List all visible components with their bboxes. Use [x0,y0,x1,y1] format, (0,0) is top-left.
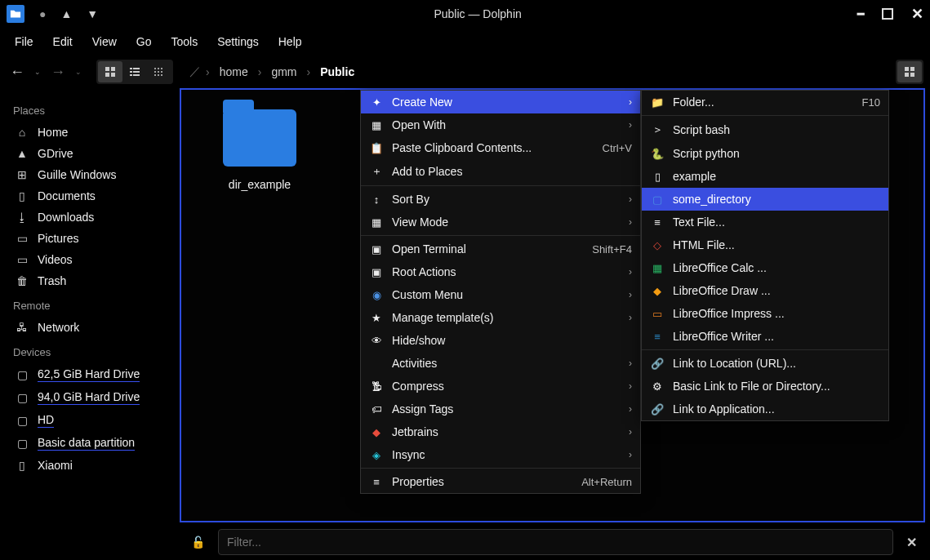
svg-rect-7 [130,71,132,73]
submenu-item-script-python[interactable]: 🐍Script python [642,142,888,165]
disk-icon: ▢ [15,368,29,381]
context-item-jetbrains[interactable]: ◆Jetbrains› [361,420,640,443]
sidebar-item-gdrive[interactable]: ▲GDrive [5,143,175,164]
details-view-button[interactable] [147,61,171,82]
context-item-open-with[interactable]: ▦Open With› [361,113,640,136]
context-item-hide-show[interactable]: 👁Hide/show [361,329,640,352]
filter-input[interactable] [218,529,893,555]
forward-button[interactable]: → [47,60,69,84]
menu-tools[interactable]: Tools [162,30,206,53]
pin-icon[interactable]: ● [39,7,46,20]
sidebar-item-network[interactable]: 🖧Network [5,317,175,338]
menu-view[interactable]: View [84,30,125,53]
sidebar-item-drive[interactable]: ▢94,0 GiB Hard Drive [5,386,175,409]
submenu-item-libreoffice-draw[interactable]: ◆LibreOffice Draw ... [642,279,888,302]
context-item-open-terminal[interactable]: ▣Open TerminalShift+F4 [361,238,640,260]
submenu-item-some-directory[interactable]: ▢some_directory [642,188,888,211]
sidebar-item-drive[interactable]: ▢62,5 GiB Hard Drive [5,363,175,386]
menu-item-label: Create New [392,96,621,109]
titlebar: ● ▲ ▼ Public — Dolphin ━ ✕ [0,0,930,28]
submenu-item-link-to-location-url[interactable]: 🔗Link to Location (URL)... [642,352,888,375]
down-icon[interactable]: ▼ [87,7,98,20]
main-area[interactable]: dir_example example ✦Create New›▦Open Wi… [180,88,925,522]
forward-dropdown-icon[interactable]: ⌄ [72,64,85,79]
breadcrumb-gmm[interactable]: gmm [266,63,301,81]
sidebar-item-home[interactable]: ⌂Home [5,122,175,143]
context-item-root-actions[interactable]: ▣Root Actions› [361,260,640,283]
submenu-item-example[interactable]: ▯example [642,165,888,188]
menu-item-label: HTML File... [673,238,880,251]
sidebar-item-label: Pictures [38,232,79,245]
breadcrumb-root-icon[interactable]: ／ [189,64,201,79]
breadcrumb-home[interactable]: home [215,63,253,81]
clear-filter-button[interactable]: ✕ [901,535,922,550]
menu-shortcut: Alt+Return [581,476,632,488]
submenu-item-basic-link-to-file-or-directory[interactable]: ⚙Basic Link to File or Directory... [642,375,888,398]
context-item-custom-menu[interactable]: ◉Custom Menu› [361,283,640,306]
menu-file[interactable]: File [7,30,42,53]
sidebar-item-drive[interactable]: ▢HD [5,409,175,432]
context-item-add-to-places[interactable]: ＋Add to Places [361,159,640,184]
context-item-paste-clipboard-contents[interactable]: 📋Paste Clipboard Contents...Ctrl+V [361,136,640,159]
submenu-item-html-file[interactable]: ◇HTML File... [642,233,888,256]
up-icon[interactable]: ▲ [60,7,72,20]
context-item-compress[interactable]: 🗜Compress› [361,375,640,398]
menu-item-label: Script bash [673,123,880,136]
context-item-view-mode[interactable]: ▦View Mode› [361,211,640,233]
breadcrumb-public[interactable]: Public [315,63,359,81]
close-icon[interactable]: ✕ [911,5,923,23]
sidebar-item-label: Trash [38,274,66,287]
python-icon: 🐍 [650,148,665,160]
context-menu: ✦Create New›▦Open With›📋Paste Clipboard … [360,90,641,494]
menu-go[interactable]: Go [128,30,160,53]
sidebar-item-videos[interactable]: ▭Videos [5,249,175,270]
document-icon: ▯ [15,189,29,202]
menu-help[interactable]: Help [270,30,310,53]
submenu-item-script-bash[interactable]: ＞Script bash [642,118,888,142]
context-item-create-new[interactable]: ✦Create New› [361,91,640,113]
sidebar-item-xiaomi[interactable]: ▯Xiaomi [5,455,175,476]
svg-rect-8 [133,71,140,73]
submenu-item-folder[interactable]: 📁Folder...F10 [642,91,888,113]
icons-view-button[interactable] [98,61,122,82]
disk-icon: ▢ [15,391,29,404]
chevron-right-icon: › [629,449,632,460]
sidebar-item-label: Downloads [38,211,94,224]
submenu-item-libreoffice-calc[interactable]: ▦LibreOffice Calc ... [642,256,888,279]
sidebar-item-drive[interactable]: ▢Basic data partition [5,432,175,455]
tag-icon: 🏷 [369,403,384,416]
submenu-item-link-to-application[interactable]: 🔗Link to Application... [642,398,888,420]
context-item-properties[interactable]: ≡PropertiesAlt+Return [361,470,640,493]
sidebar-item-documents[interactable]: ▯Documents [5,185,175,207]
menu-settings[interactable]: Settings [209,30,267,53]
context-item-insync[interactable]: ◈Insync› [361,443,640,466]
back-dropdown-icon[interactable]: ⌄ [31,64,44,79]
maximize-icon[interactable] [882,8,893,20]
minimize-icon[interactable]: ━ [857,7,864,20]
back-button[interactable]: ← [7,60,28,84]
folder-y-icon: 📁 [650,96,665,109]
submenu-item-libreoffice-impress[interactable]: ▭LibreOffice Impress ... [642,302,888,325]
home-icon: ⌂ [15,126,29,139]
svg-rect-9 [130,74,132,76]
menu-item-label: Activities [392,357,621,370]
folder-b-icon: ▢ [650,193,665,206]
menu-edit[interactable]: Edit [45,30,81,53]
context-item-assign-tags[interactable]: 🏷Assign Tags› [361,398,640,420]
submenu-item-libreoffice-writer[interactable]: ≡LibreOffice Writer ... [642,325,888,348]
sidebar-item-downloads[interactable]: ⭳Downloads [5,207,175,228]
folder-item[interactable]: dir_example [202,109,317,193]
network-icon: 🖧 [15,321,29,334]
unlock-icon[interactable]: 🔓 [186,536,210,549]
sidebar-item-trash[interactable]: 🗑Trash [5,270,175,291]
context-item-activities[interactable]: Activities› [361,352,640,375]
sidebar-item-windows[interactable]: ⊞Guille Windows [5,164,175,185]
chevron-right-icon: › [629,96,632,108]
context-item-sort-by[interactable]: ↕Sort By› [361,188,640,211]
submenu-item-text-file[interactable]: ≡Text File... [642,211,888,233]
sidebar-item-pictures[interactable]: ▭Pictures [5,228,175,249]
context-item-manage-template-s[interactable]: ★Manage template(s)› [361,306,640,329]
sidebar-section-places: Places [5,96,175,122]
compact-view-button[interactable] [122,61,147,82]
split-view-button[interactable] [897,61,922,82]
